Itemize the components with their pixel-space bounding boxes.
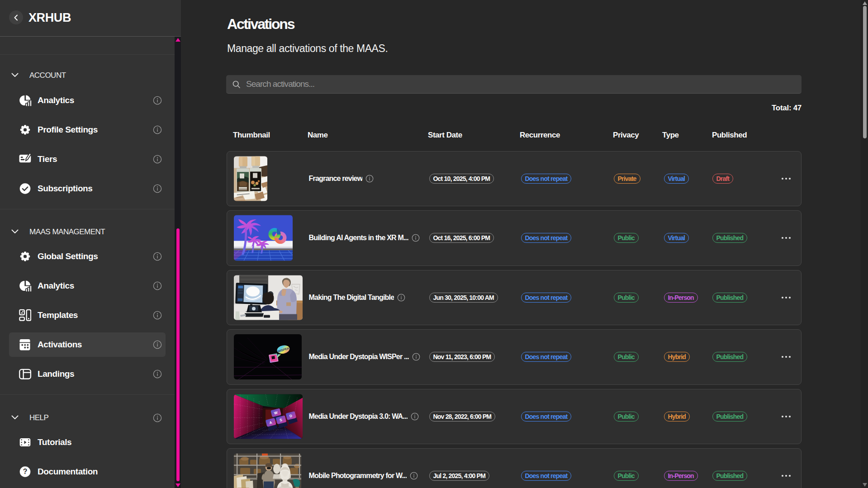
- svg-text:?: ?: [23, 468, 28, 475]
